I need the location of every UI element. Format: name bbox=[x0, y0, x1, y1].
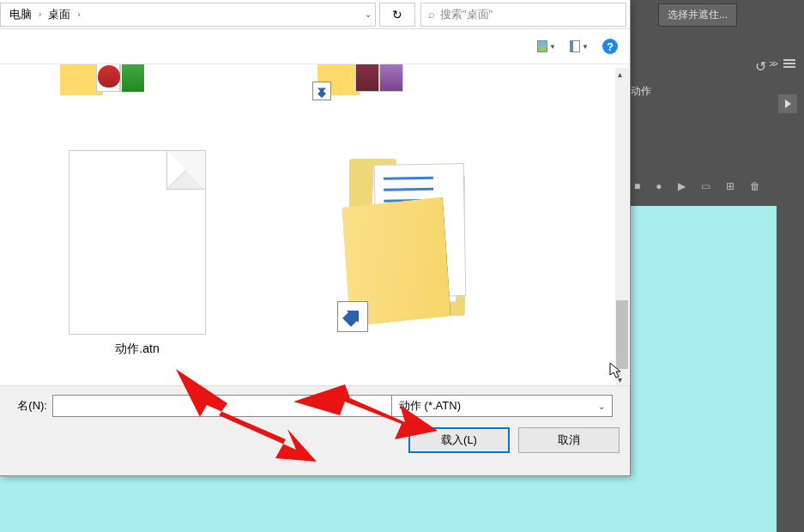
folder-shortcut-item-large[interactable] bbox=[335, 150, 489, 330]
trash-icon[interactable]: 🗑 bbox=[750, 180, 760, 192]
history-icon[interactable]: ↺ bbox=[755, 59, 766, 74]
search-placeholder: 搜索"桌面" bbox=[440, 7, 493, 22]
refresh-icon: ↻ bbox=[392, 8, 402, 21]
filename-label: 名(N): bbox=[9, 398, 47, 414]
scrollbar-thumb[interactable] bbox=[616, 300, 628, 369]
select-and-mask-button[interactable]: 选择并遮住... bbox=[658, 3, 737, 27]
file-item-atn[interactable]: 动作.atn bbox=[60, 150, 215, 357]
dropdown-caret-icon: ⌄ bbox=[598, 402, 605, 411]
new-action-icon[interactable]: ⊞ bbox=[726, 180, 734, 192]
record-icon[interactable]: ● bbox=[656, 180, 662, 192]
breadcrumb-item-desktop[interactable]: 桌面 bbox=[45, 7, 74, 22]
shortcut-overlay-icon bbox=[337, 301, 368, 332]
shortcut-overlay-icon bbox=[312, 82, 331, 100]
breadcrumb-dropdown-icon[interactable]: ⌄ bbox=[365, 9, 372, 19]
preview-pane-button[interactable]: ▼ bbox=[537, 39, 556, 54]
scroll-up-icon[interactable]: ▴ bbox=[618, 70, 622, 79]
folder-shortcut-item[interactable] bbox=[309, 64, 395, 99]
filename-input[interactable] bbox=[52, 395, 396, 417]
search-input[interactable]: ⌕ 搜索"桌面" bbox=[420, 3, 626, 27]
generic-file-icon bbox=[69, 150, 206, 335]
filetype-select[interactable]: 动作 (*.ATN) ⌄ bbox=[391, 395, 613, 417]
file-open-dialog: 电脑 › 桌面 › ⌄ ↻ ⌕ 搜索"桌面" ▼ ▼ ? bbox=[0, 0, 631, 476]
play-action-button[interactable] bbox=[778, 94, 797, 113]
folder-icon bbox=[346, 150, 479, 330]
folder-icon[interactable]: ▭ bbox=[701, 180, 710, 192]
refresh-button[interactable]: ↻ bbox=[379, 3, 415, 27]
breadcrumb-item-computer[interactable]: 电脑 bbox=[6, 7, 35, 22]
play-icon[interactable]: ▶ bbox=[678, 180, 686, 192]
mouse-cursor-icon bbox=[609, 362, 623, 384]
file-list-area[interactable]: 动作.atn ▴ ▾ bbox=[0, 63, 630, 390]
breadcrumb[interactable]: 电脑 › 桌面 › ⌄ bbox=[0, 3, 376, 27]
vertical-scrollbar[interactable]: ▴ ▾ bbox=[615, 68, 629, 386]
breadcrumb-separator-icon[interactable]: › bbox=[74, 9, 83, 19]
view-options-button[interactable]: ▼ bbox=[570, 39, 589, 54]
panel-menu-icon[interactable] bbox=[783, 59, 795, 68]
photoshop-panel: 选择并遮住... >> ↺ 动作 ■ ● ▶ ▭ ⊞ 🗑 bbox=[628, 0, 804, 206]
file-label: 动作.atn bbox=[115, 342, 159, 357]
dialog-bottom-panel: 名(N): 动作 (*.ATN) ⌄ 载入(L) 取消 bbox=[0, 385, 630, 475]
load-button[interactable]: 载入(L) bbox=[408, 427, 510, 453]
folder-item[interactable] bbox=[51, 64, 137, 99]
cancel-button[interactable]: 取消 bbox=[518, 427, 620, 453]
help-button[interactable]: ? bbox=[602, 39, 618, 54]
filetype-value: 动作 (*.ATN) bbox=[399, 398, 461, 414]
actions-panel-label: 动作 bbox=[631, 84, 651, 99]
collapse-chevrons-icon[interactable]: >> bbox=[769, 58, 777, 69]
search-icon: ⌕ bbox=[428, 8, 435, 21]
breadcrumb-separator-icon[interactable]: › bbox=[35, 9, 45, 19]
stop-icon[interactable]: ■ bbox=[634, 180, 640, 192]
